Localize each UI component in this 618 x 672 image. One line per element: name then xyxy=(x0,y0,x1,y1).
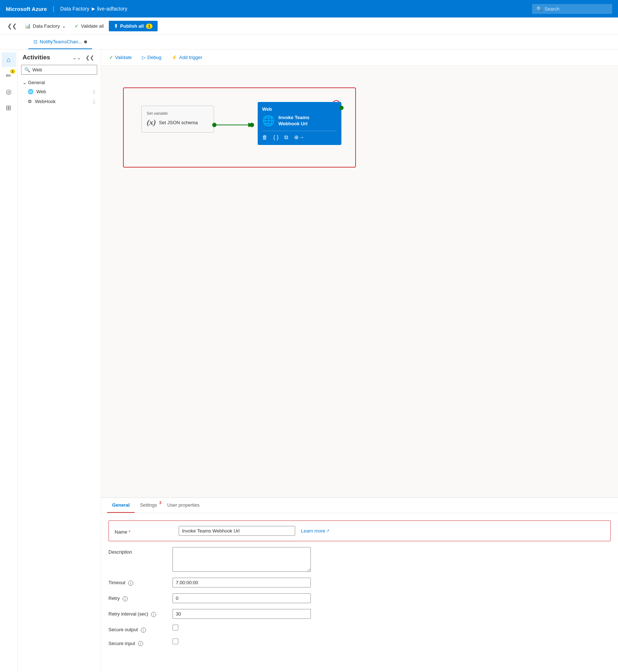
breadcrumb-datafactory[interactable]: Data Factory xyxy=(60,6,89,12)
web-node-arrow-btn[interactable]: ⊕→ xyxy=(294,134,304,141)
toolbox-icon: ⊞ xyxy=(6,104,11,112)
timeout-info-icon[interactable]: i xyxy=(128,581,133,586)
name-label: Name * xyxy=(115,527,173,535)
webhook-activity-label: WebHook xyxy=(35,99,56,104)
learn-more-label: Learn more xyxy=(301,528,325,534)
retry-interval-label: Retry interval (sec) i xyxy=(108,609,167,617)
set-variable-icon: (x) xyxy=(147,118,156,127)
retry-input[interactable] xyxy=(173,593,311,603)
validate-all-button[interactable]: ✓ Validate all xyxy=(71,21,107,31)
monitor-icon: ◎ xyxy=(6,88,12,96)
main-layout: ⌂ ✏ 1 ◎ ⊞ Activities ⌄⌄ ❮❮ 🔍 ⌄ General xyxy=(0,50,618,672)
tab-general[interactable]: General xyxy=(107,498,135,513)
web-activity-icon: 🌐 xyxy=(28,89,33,94)
retry-interval-info-icon[interactable]: i xyxy=(151,612,156,617)
external-link-icon: ↗ xyxy=(326,528,329,533)
tab-row: ⊡ NotifiyTeamsChan... xyxy=(0,35,618,50)
name-input[interactable] xyxy=(179,526,295,536)
web-node-content: 🌐 Invoke Teams Webhook Url xyxy=(262,115,337,127)
retry-row: Retry i xyxy=(108,593,611,603)
add-trigger-icon: ⚡ xyxy=(171,55,177,60)
pipeline-tab-icon: ⊡ xyxy=(33,39,37,44)
left-icon-toolbox[interactable]: ⊞ xyxy=(1,101,16,115)
set-variable-node-title: Set variable xyxy=(147,111,209,115)
settings-badge: 3 xyxy=(159,501,162,505)
publish-all-button[interactable]: ⬆ Publish all 1 xyxy=(109,21,158,31)
search-icon: 🔍 xyxy=(536,6,542,12)
activities-search-box[interactable]: 🔍 xyxy=(21,65,97,75)
activity-item-web[interactable]: 🌐 Web ⣿ xyxy=(17,87,101,97)
learn-more-link[interactable]: Learn more ↗ xyxy=(301,528,329,534)
description-label: Description xyxy=(108,547,167,555)
validate-button[interactable]: ✓ Validate xyxy=(107,53,134,62)
activities-group-general[interactable]: ⌄ General xyxy=(17,78,101,87)
web-node-delete-btn[interactable]: 🗑 xyxy=(262,134,268,140)
activities-header: Activities ⌄⌄ ❮❮ xyxy=(17,54,101,65)
search-box[interactable]: 🔍 xyxy=(532,4,612,14)
activity-item-webhook[interactable]: ⚙ WebHook ⣿ xyxy=(17,97,101,106)
web-activity-label: Web xyxy=(36,89,46,94)
activities-controls: ⌄⌄ ❮❮ xyxy=(71,54,96,61)
pipeline-tab[interactable]: ⊡ NotifiyTeamsChan... xyxy=(28,35,92,49)
tab-user-properties-label: User properties xyxy=(167,502,199,508)
top-nav: Microsoft Azure | Data Factory ▶ live-ad… xyxy=(0,0,618,17)
pipeline-tab-name: NotifiyTeamsChan... xyxy=(40,39,82,44)
home-icon: ⌂ xyxy=(7,56,11,64)
add-trigger-label: Add trigger xyxy=(179,55,202,60)
breadcrumb-factory: live-adfactory xyxy=(97,6,127,12)
description-input[interactable] xyxy=(173,547,311,572)
retry-interval-row: Retry interval (sec) i xyxy=(108,609,611,619)
set-variable-node-body: (x) Set JSON schema xyxy=(147,118,209,127)
canvas-area: ✓ Validate ▷ Debug ⚡ Add trigger Set var… xyxy=(101,50,618,672)
validate-icon: ✓ xyxy=(75,23,79,29)
set-variable-node[interactable]: Set variable (x) Set JSON schema xyxy=(141,106,214,133)
activity-item-webhook-left: ⚙ WebHook xyxy=(28,99,56,104)
datafactory-dropdown-icon: ⌄ xyxy=(62,23,66,29)
debug-button[interactable]: ▷ Debug xyxy=(140,53,163,62)
node-start-connector xyxy=(250,123,254,127)
activities-collapse-btn[interactable]: ⌄⌄ xyxy=(71,54,83,61)
debug-label: Debug xyxy=(147,55,161,60)
brand-label: Microsoft Azure xyxy=(6,6,47,12)
secure-input-label: Secure input i xyxy=(108,638,167,647)
set-variable-label: Set JSON schema xyxy=(159,120,198,125)
tab-user-properties[interactable]: User properties xyxy=(162,498,205,513)
left-icon-monitor[interactable]: ◎ xyxy=(1,85,16,99)
left-icon-edit[interactable]: ✏ 1 xyxy=(1,68,16,83)
retry-interval-input[interactable] xyxy=(173,609,311,619)
web-node-copy-btn[interactable]: ⧉ xyxy=(284,134,288,141)
activities-panel: Activities ⌄⌄ ❮❮ 🔍 ⌄ General 🌐 Web ⣿ ⚙ W… xyxy=(17,50,101,672)
secure-output-info-icon[interactable]: i xyxy=(141,628,146,633)
datafactory-toolbar-item[interactable]: 📊 Data Factory ⌄ xyxy=(21,21,70,31)
web-node-globe-icon: 🌐 xyxy=(262,115,275,127)
publish-icon: ⬆ xyxy=(114,23,118,29)
pipeline-canvas[interactable]: Set variable (x) Set JSON schema xyxy=(101,66,618,497)
secure-input-info-icon[interactable]: i xyxy=(138,641,143,646)
add-trigger-button[interactable]: ⚡ Add trigger xyxy=(169,53,205,62)
validate-label: Validate xyxy=(115,55,132,60)
secure-output-checkbox[interactable] xyxy=(173,625,178,630)
second-toolbar: ❮❮ 📊 Data Factory ⌄ ✓ Validate all ⬆ Pub… xyxy=(0,17,618,35)
web-node-header: Web xyxy=(262,106,337,112)
secure-input-checkbox[interactable] xyxy=(173,638,178,644)
debug-play-icon: ▷ xyxy=(142,55,146,60)
edit-icon: ✏ xyxy=(6,72,11,80)
publish-badge: 1 xyxy=(146,24,152,29)
retry-info-icon[interactable]: i xyxy=(123,596,128,601)
secure-output-label: Secure output i xyxy=(108,625,167,633)
group-label: General xyxy=(28,80,45,85)
collapse-button[interactable]: ❮❮ xyxy=(4,21,20,31)
pipeline-tab-dot xyxy=(84,40,87,43)
left-icon-home[interactable]: ⌂ xyxy=(1,52,16,67)
tab-settings[interactable]: Settings 3 xyxy=(135,498,162,513)
activities-collapse-all-btn[interactable]: ❮❮ xyxy=(84,54,96,61)
name-field-box: Name * Learn more ↗ xyxy=(108,520,611,541)
search-input[interactable] xyxy=(544,6,608,12)
timeout-input[interactable] xyxy=(173,578,311,587)
web-node-json-btn[interactable]: { } xyxy=(273,134,278,140)
secure-input-row: Secure input i xyxy=(108,638,611,647)
activities-search-input[interactable] xyxy=(32,67,94,72)
tab-settings-label: Settings xyxy=(140,502,157,508)
web-activity-node[interactable]: Web 🌐 Invoke Teams Webhook Url 🗑 { } ⧉ ⊕… xyxy=(258,102,341,145)
tab-general-label: General xyxy=(112,502,130,508)
